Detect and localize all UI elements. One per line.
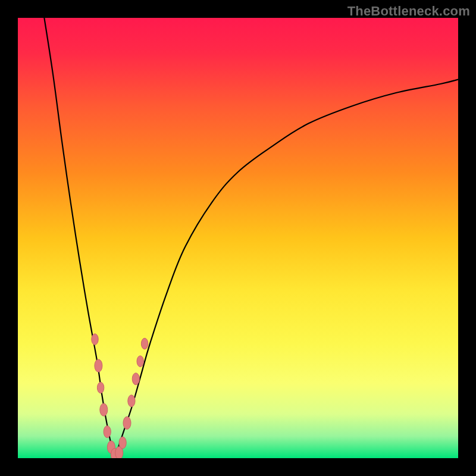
marker-point [97,382,104,393]
marker-point [104,426,111,438]
marker-point [92,334,98,345]
marker-point [100,403,108,416]
marker-point [119,437,126,449]
marker-point [95,359,102,372]
chart-frame: TheBottleneck.com [0,0,476,476]
marker-point [132,373,139,385]
watermark-text: TheBottleneck.com [347,4,470,19]
marker-point [123,416,131,429]
gradient-background [18,18,458,458]
marker-point [141,338,148,349]
marker-point [128,395,135,407]
marker-point [137,356,143,367]
bottleneck-chart [18,18,458,458]
